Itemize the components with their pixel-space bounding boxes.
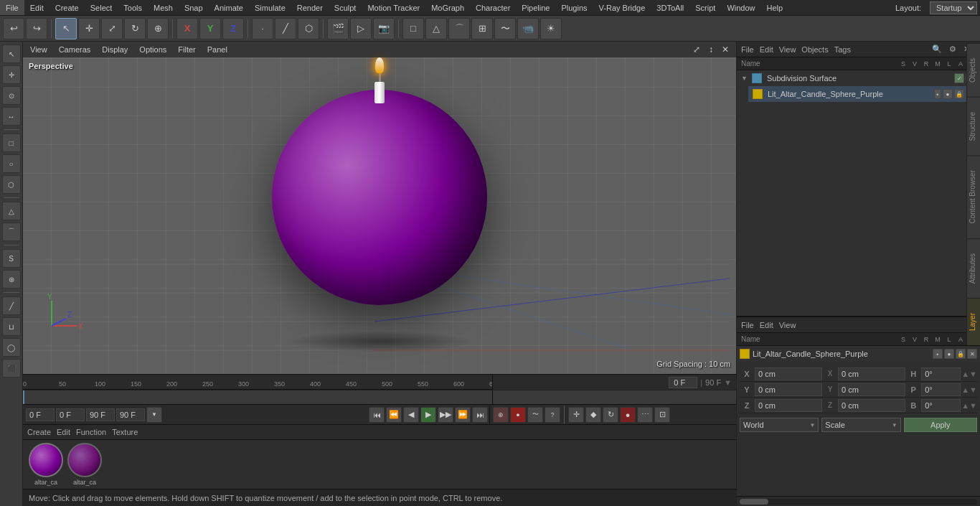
attr-input-p[interactable] (925, 385, 957, 394)
obj-ctrl-vis-1[interactable]: ● (943, 89, 953, 99)
menu-edit[interactable]: Edit (24, 0, 50, 15)
attr-spin-h[interactable]: ▲▼ (961, 370, 977, 378)
attr-field-h[interactable] (921, 367, 961, 380)
spline-button[interactable]: ⌒ (448, 18, 470, 39)
attr-field-p[interactable] (921, 383, 961, 396)
attr-field-x-pos[interactable] (755, 367, 822, 380)
attributes-selected-object[interactable]: Lit_Altar_Candle_Sphere_Purple ▪ ● 🔒 ✕ (737, 346, 980, 362)
current-frame-input[interactable] (60, 411, 81, 419)
attr-field-y-rot[interactable] (838, 383, 905, 396)
play-button[interactable]: ▶ (420, 407, 436, 423)
sidebar-mode-2[interactable]: ⊙ (2, 86, 21, 105)
menu-simulate[interactable]: Simulate (249, 0, 291, 15)
menu-pipeline[interactable]: Pipeline (516, 0, 555, 15)
attr-field-b[interactable] (921, 399, 961, 412)
points-button[interactable]: · (252, 18, 273, 39)
sidebar-mode-7[interactable]: △ (2, 202, 21, 220)
viewport-icon-lock[interactable]: ↕ (706, 43, 716, 56)
sidebar-mode-1[interactable]: ✛ (2, 65, 21, 84)
render-viewport-button[interactable]: ▷ (350, 18, 372, 39)
sidebar-mode-13[interactable]: ◯ (2, 338, 21, 357)
obj-item-subdivision[interactable]: ▼ Subdivision Surface ✓ ✕ (737, 70, 980, 86)
keyframe-button[interactable]: ⊕ (493, 407, 509, 423)
snap-transport-button[interactable]: ✛ (568, 407, 584, 423)
move-tool-button[interactable]: ✛ (78, 18, 100, 39)
timeline-track[interactable] (23, 390, 492, 404)
menu-snap[interactable]: Snap (179, 0, 209, 15)
prev-key-button[interactable]: ⏮ (369, 407, 385, 423)
material-menu-function[interactable]: Function (76, 428, 106, 436)
objects-settings-icon[interactable]: ⚙ (949, 44, 956, 54)
menu-mesh[interactable]: Mesh (148, 0, 179, 15)
record-button[interactable]: ● (620, 407, 636, 423)
viewport-menu-filter[interactable]: Filter (175, 44, 198, 55)
nurbs-button[interactable]: ⊞ (471, 18, 493, 39)
attr-obj-ctrl-3[interactable]: 🔒 (956, 349, 966, 359)
timeline-ruler[interactable]: 0 50 100 150 200 250 300 350 400 450 500… (23, 375, 492, 390)
obj-ctrl-check-0[interactable]: ✓ (954, 73, 964, 83)
attr-field-z-rot[interactable] (838, 399, 905, 412)
transport-arrow-down[interactable]: ▼ (146, 407, 162, 423)
sidebar-mode-3[interactable]: ↔ (2, 107, 21, 126)
viewport-icon-move[interactable]: ⤢ (690, 43, 703, 56)
question-button[interactable]: ? (545, 407, 560, 423)
sidebar-mode-14[interactable]: ⬛ (2, 359, 21, 378)
attr-input-z-pos[interactable] (758, 401, 819, 410)
menu-file[interactable]: File (0, 0, 24, 15)
attr-obj-ctrl-arrow[interactable]: ✕ (967, 349, 977, 359)
deformer-button[interactable]: 〜 (494, 18, 516, 39)
transport-extra-field[interactable] (116, 408, 145, 421)
material-item-0[interactable]: altar_ca (29, 443, 63, 486)
current-frame-display[interactable]: 0 F (669, 377, 697, 388)
light-button[interactable]: ☀ (540, 18, 562, 39)
attr-input-h[interactable] (925, 370, 957, 378)
play-options-button[interactable]: ⋯ (637, 407, 653, 423)
end-frame-input[interactable] (90, 411, 111, 419)
material-menu-create[interactable]: Create (27, 428, 51, 436)
transport-current-field[interactable] (56, 408, 85, 421)
attributes-menu-view[interactable]: View (779, 321, 796, 329)
attributes-menu-file[interactable]: File (741, 321, 754, 329)
layout-dropdown[interactable]: Startup (930, 1, 977, 14)
sidebar-mode-6[interactable]: ⬡ (2, 175, 21, 194)
viewport[interactable]: View Cameras Display Options Filter Pane… (23, 42, 736, 374)
attributes-menu-edit[interactable]: Edit (760, 321, 773, 329)
viewport-menu-display[interactable]: Display (99, 44, 131, 55)
obj-item-candle[interactable]: Lit_Altar_Candle_Sphere_Purple ▪ ● 🔒 ✕ (748, 86, 980, 102)
tab-structure[interactable]: Structure (967, 97, 980, 156)
tab-layer[interactable]: Layer (967, 298, 980, 345)
attr-input-x-pos[interactable] (758, 370, 819, 378)
edges-button[interactable]: ╱ (275, 18, 296, 39)
scrollbar-thumb[interactable] (740, 499, 768, 505)
menu-render[interactable]: Render (291, 0, 329, 15)
material-menu-texture[interactable]: Texture (112, 428, 138, 436)
cube-button[interactable]: □ (402, 18, 424, 39)
objects-menu-objects[interactable]: Objects (801, 45, 828, 54)
tab-content-browser[interactable]: Content Browser (967, 155, 980, 238)
obj-ctrl-lock-1[interactable]: 🔒 (954, 89, 964, 99)
step-forward-button[interactable]: ⏩ (455, 407, 471, 423)
sidebar-mode-8[interactable]: ⌒ (2, 222, 21, 241)
menu-motion-tracker[interactable]: Motion Tracker (362, 0, 425, 15)
objects-menu-edit[interactable]: Edit (760, 45, 773, 54)
transport-end-field[interactable] (86, 408, 115, 421)
frame-counter-arrow[interactable]: ▼ (724, 378, 732, 387)
objects-menu-view[interactable]: View (779, 45, 796, 54)
sidebar-mode-4[interactable]: □ (2, 133, 21, 152)
timeline-track-right[interactable] (492, 390, 736, 404)
render-button[interactable]: 🎬 (327, 18, 349, 39)
menu-tools[interactable]: Tools (118, 0, 148, 15)
attr-input-x-rot[interactable] (842, 370, 902, 378)
viewport-menu-options[interactable]: Options (136, 44, 169, 55)
bottom-scrollbar[interactable] (737, 496, 980, 506)
axis-x-button[interactable]: X (176, 18, 198, 39)
next-frame-button[interactable]: ▶▶ (438, 407, 453, 423)
apply-button[interactable]: Apply (904, 418, 977, 432)
attr-input-z-rot[interactable] (842, 401, 902, 410)
attr-spin-p[interactable]: ▲▼ (961, 385, 977, 394)
extra-frame-input[interactable] (120, 411, 141, 419)
prev-frame-button[interactable]: ◀ (403, 407, 419, 423)
attr-field-x-rot[interactable] (838, 367, 905, 380)
sidebar-mode-12[interactable]: ⊔ (2, 317, 21, 336)
axis-z-button[interactable]: Z (222, 18, 244, 39)
